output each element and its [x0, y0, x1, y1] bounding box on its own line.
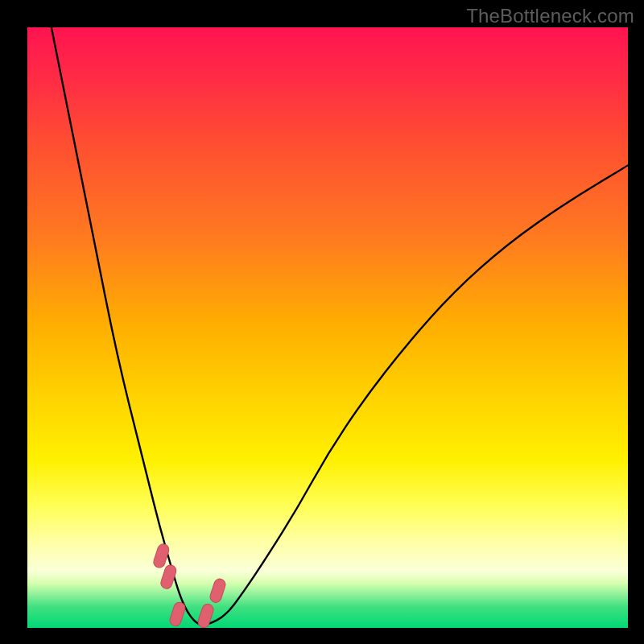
curve-layer — [27, 27, 628, 628]
plot-area — [27, 27, 628, 628]
watermark-text: TheBottleneck.com — [466, 5, 634, 27]
curve-marker — [196, 603, 215, 628]
curve-marker — [208, 577, 227, 604]
bottleneck-curve — [52, 27, 628, 625]
curve-marker — [168, 601, 187, 627]
chart-frame: TheBottleneck.com — [0, 0, 644, 644]
